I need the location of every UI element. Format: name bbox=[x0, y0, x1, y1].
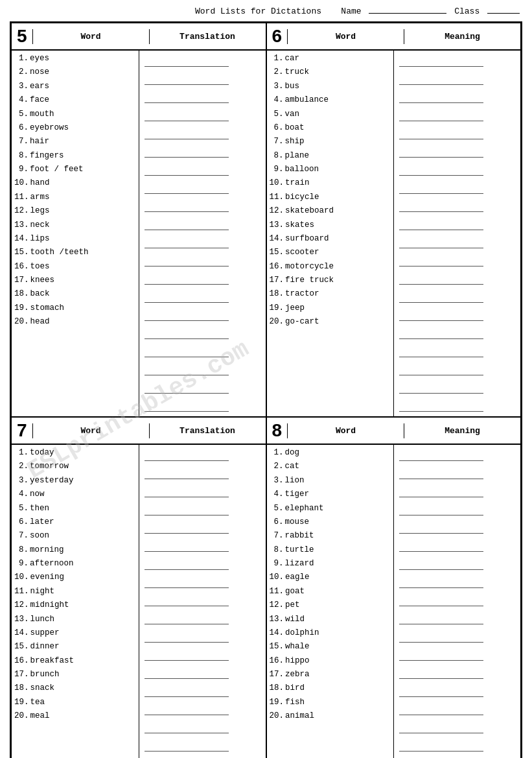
word-text: face bbox=[30, 94, 49, 106]
page-title: Word Lists for Dictations bbox=[176, 6, 341, 16]
list-item: 17.fire truck bbox=[270, 274, 391, 287]
answer-input-line bbox=[399, 164, 483, 176]
word-text: neck bbox=[30, 219, 50, 231]
word-number: 17. bbox=[14, 669, 29, 681]
word-text: turtle bbox=[285, 544, 314, 556]
word-number: 13. bbox=[14, 613, 29, 626]
answer-line bbox=[397, 682, 518, 700]
answer-line bbox=[397, 52, 518, 70]
answer-input-line bbox=[145, 558, 229, 570]
section-5-header: 5 Word Translation bbox=[12, 23, 266, 51]
list-item: 14.surfboard bbox=[270, 232, 391, 246]
answer-line bbox=[142, 233, 263, 252]
answer-input-line bbox=[145, 237, 229, 248]
section-6-header: 6 Word Meaning bbox=[267, 23, 521, 51]
list-item: 10.hand bbox=[14, 176, 136, 190]
section-7-words: 1.today2.tomorrow3.yesterday4.now5.then6… bbox=[12, 445, 139, 758]
word-text: brunch bbox=[30, 669, 60, 681]
answer-line bbox=[142, 215, 263, 233]
list-item: 16.toes bbox=[14, 260, 136, 274]
word-number: 11. bbox=[270, 191, 284, 204]
word-text: dinner bbox=[30, 641, 60, 653]
answer-line bbox=[397, 233, 518, 252]
answer-input-line bbox=[399, 382, 483, 394]
answer-line bbox=[142, 143, 263, 161]
word-number: 18. bbox=[270, 288, 284, 300]
answer-input-line bbox=[399, 740, 483, 752]
list-item: 3.bus bbox=[270, 80, 391, 93]
word-text: boat bbox=[285, 122, 305, 134]
answer-input-line bbox=[145, 73, 229, 85]
answer-line bbox=[142, 682, 263, 700]
list-item: 1.car bbox=[270, 52, 391, 65]
list-item: 19.jeep bbox=[270, 302, 391, 315]
answer-line bbox=[142, 88, 263, 106]
word-number: 15. bbox=[14, 246, 29, 259]
word-text: midnight bbox=[30, 599, 69, 611]
answer-input-line bbox=[145, 309, 229, 321]
word-text: tiger bbox=[285, 488, 310, 501]
word-text: eyebrows bbox=[30, 122, 69, 134]
list-item: 12.legs bbox=[14, 204, 136, 218]
answer-line bbox=[142, 646, 263, 664]
list-item: 6.eyebrows bbox=[14, 121, 136, 135]
answer-line bbox=[397, 342, 518, 361]
word-text: foot / feet bbox=[30, 163, 84, 176]
word-number: 7. bbox=[270, 530, 284, 542]
answer-line bbox=[397, 718, 518, 737]
answer-input-line bbox=[399, 631, 483, 643]
section-5-words: 1.eyes2.nose3.ears4.face5.mouth6.eyebrow… bbox=[12, 51, 139, 416]
section-8-body: 1.dog2.cat3.lion4.tiger5.elephant6.mouse… bbox=[267, 445, 521, 758]
section-7-number: 7 bbox=[12, 418, 32, 444]
word-text: balloon bbox=[285, 163, 319, 176]
section-5: 5 Word Translation 1.eyes2.nose3.ears4.f… bbox=[11, 23, 266, 417]
answer-line bbox=[397, 197, 518, 215]
word-text: mouth bbox=[30, 108, 54, 121]
answer-line bbox=[397, 501, 518, 519]
word-number: 10. bbox=[14, 177, 29, 189]
answer-line bbox=[142, 306, 263, 324]
word-text: evening bbox=[30, 571, 65, 584]
list-item: 7.hair bbox=[14, 135, 136, 148]
word-number: 1. bbox=[270, 53, 284, 65]
word-number: 7. bbox=[14, 530, 29, 542]
word-text: stomach bbox=[30, 302, 65, 314]
word-text: go-cart bbox=[285, 316, 319, 328]
list-item: 16.motorcycle bbox=[270, 260, 391, 274]
section-8-answers bbox=[393, 445, 520, 758]
word-number: 17. bbox=[270, 669, 284, 681]
list-item: 15.dinner bbox=[14, 640, 136, 654]
answer-input-line bbox=[399, 667, 483, 679]
list-item: 5.elephant bbox=[270, 502, 391, 515]
section-8-words: 1.dog2.cat3.lion4.tiger5.elephant6.mouse… bbox=[267, 445, 394, 758]
section-6-words: 1.car2.truck3.bus4.ambulance5.van6.boat7… bbox=[267, 51, 394, 416]
list-item: 1.dog bbox=[270, 446, 391, 460]
section-7-header: 7 Word Translation bbox=[12, 418, 266, 445]
word-number: 13. bbox=[14, 219, 29, 231]
answer-line bbox=[397, 379, 518, 397]
word-text: tomorrow bbox=[30, 460, 69, 473]
word-number: 11. bbox=[14, 191, 29, 204]
list-item: 1.eyes bbox=[14, 52, 136, 65]
list-item: 17.knees bbox=[14, 274, 136, 287]
answer-input-line bbox=[399, 327, 483, 339]
word-text: snack bbox=[30, 682, 55, 694]
answer-line bbox=[397, 755, 518, 758]
list-item: 5.van bbox=[270, 108, 391, 121]
word-number: 12. bbox=[270, 205, 284, 217]
word-number: 5. bbox=[14, 108, 29, 121]
list-item: 13.neck bbox=[14, 219, 136, 232]
answer-input-line bbox=[145, 346, 229, 357]
answer-line bbox=[142, 52, 263, 70]
list-item: 3.yesterday bbox=[14, 474, 136, 488]
answer-input-line bbox=[399, 685, 483, 697]
answer-input-line bbox=[399, 704, 483, 715]
answer-line bbox=[397, 88, 518, 106]
word-text: cat bbox=[285, 460, 300, 473]
answer-line bbox=[142, 755, 263, 758]
answer-input-line bbox=[145, 255, 229, 266]
answer-line bbox=[142, 361, 263, 379]
section-7-answers bbox=[139, 445, 266, 758]
list-item: 4.tiger bbox=[270, 488, 391, 501]
answer-input-line bbox=[145, 522, 229, 534]
